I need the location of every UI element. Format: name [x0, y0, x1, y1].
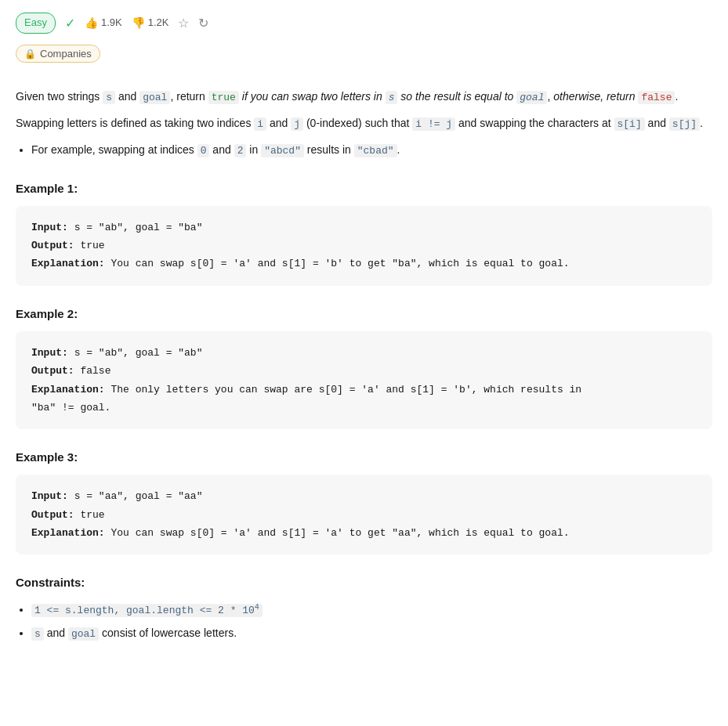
s-var-1: s: [103, 91, 115, 104]
i-neq-j: i != j: [412, 117, 455, 131]
example-1-output-line: Output: true: [31, 237, 697, 255]
constraints-section: Constraints: 1 <= s.length, goal.length …: [16, 573, 712, 643]
example-2-output-line: Output: false: [31, 362, 697, 380]
example-1-input-line: Input: s = "ab", goal = "ba": [31, 219, 697, 237]
constraint-2-s: s: [31, 627, 44, 641]
example-1-explanation-val: You can swap s[0] = 'a' and s[1] = 'b' t…: [110, 258, 569, 269]
example-3-input-val: s = "aa", goal = "aa": [74, 490, 203, 502]
example-2-title: Example 2:: [16, 305, 712, 323]
thumbs-up-icon: 👍: [85, 14, 98, 31]
constraint-1-code: 1 <= s.length, goal.length <= 2 * 104: [31, 604, 263, 617]
example-3-box: Input: s = "aa", goal = "aa" Output: tru…: [16, 475, 712, 554]
example-2-explanation-val: The only letters you can swap are s[0] =…: [31, 384, 581, 414]
upvote-count: 1.9K: [101, 15, 122, 31]
bullet-item-1: For example, swapping at indices 0 and 2…: [31, 141, 712, 160]
constraint-item-1: 1 <= s.length, goal.length <= 2 * 104: [31, 600, 712, 619]
companies-label: Companies: [40, 48, 92, 60]
problem-line-1: Given two strings s and goal, return tru…: [16, 88, 712, 107]
example-1-output-label: Output:: [31, 240, 74, 251]
examples-bullet-list: For example, swapping at indices 0 and 2…: [31, 141, 712, 160]
example-3-explanation-label: Explanation:: [31, 527, 105, 539]
downvote-count: 1.2K: [148, 15, 169, 31]
example-2-input-line: Input: s = "ab", goal = "ab": [31, 344, 697, 362]
difficulty-badge[interactable]: Easy: [16, 13, 56, 34]
constraints-list: 1 <= s.length, goal.length <= 2 * 104 s …: [31, 600, 712, 643]
star-icon[interactable]: ☆: [178, 13, 189, 34]
example-2-output-label: Output:: [31, 365, 74, 377]
s-i-j: s[i]: [614, 117, 645, 131]
example-2-explanation-line: Explanation: The only letters you can sw…: [31, 381, 697, 417]
goal-var-2: goal: [516, 91, 547, 104]
refresh-icon[interactable]: ↻: [198, 13, 208, 34]
problem-line-2: Swapping letters is defined as taking tw…: [16, 114, 712, 133]
example-2-input-label: Input:: [31, 347, 68, 359]
downvote-group[interactable]: 👎 1.2K: [132, 14, 169, 31]
constraint-2-goal: goal: [68, 627, 99, 641]
example-2-explanation-label: Explanation:: [31, 384, 105, 396]
example-3-output-label: Output:: [31, 509, 74, 521]
abcd-code: "abcd": [261, 144, 304, 157]
j-var: j: [291, 117, 303, 131]
example-1-box: Input: s = "ab", goal = "ba" Output: tru…: [16, 206, 712, 286]
constraints-title: Constraints:: [16, 573, 712, 592]
example-1-output-val: true: [80, 240, 104, 251]
lock-icon: 🔒: [24, 49, 36, 60]
example-1-input-val: s = "ab", goal = "ba": [74, 222, 203, 233]
i-var: i: [254, 117, 266, 131]
example-3-output-val: true: [80, 509, 104, 521]
example-1-explanation-line: Explanation: You can swap s[0] = 'a' and…: [31, 255, 697, 273]
example-2-output-val: false: [80, 365, 110, 377]
true-keyword: true: [208, 91, 239, 104]
top-bar: Easy ✓ 👍 1.9K 👎 1.2K ☆ ↻: [16, 13, 712, 34]
idx-2: 2: [234, 144, 247, 157]
check-icon: ✓: [65, 13, 75, 34]
example-1-input-label: Input:: [31, 222, 68, 233]
s-j-j: s[j]: [669, 117, 700, 131]
italic-condition: if you can swap two letters in s so the …: [242, 90, 548, 103]
example-2-box: Input: s = "ab", goal = "ab" Output: fal…: [16, 331, 712, 430]
thumbs-down-icon: 👎: [132, 14, 145, 31]
example-3-input-line: Input: s = "aa", goal = "aa": [31, 487, 697, 505]
constraint-item-2: s and goal consist of lowercase letters.: [31, 624, 712, 643]
companies-button[interactable]: 🔒 Companies: [16, 45, 100, 63]
example-3-explanation-val: You can swap s[0] = 'a' and s[1] = 'a' t…: [110, 527, 569, 539]
example-3-input-label: Input:: [31, 490, 68, 502]
example-1-explanation-label: Explanation:: [31, 258, 105, 269]
upvote-group[interactable]: 👍 1.9K: [85, 14, 122, 31]
otherwise-text: otherwise, return: [553, 90, 635, 103]
false-keyword: false: [638, 91, 675, 104]
goal-var-1: goal: [139, 91, 170, 104]
idx-0: 0: [197, 144, 210, 157]
example-1-title: Example 1:: [16, 179, 712, 198]
example-3-explanation-line: Explanation: You can swap s[0] = 'a' and…: [31, 524, 697, 542]
example-3-output-line: Output: true: [31, 506, 697, 524]
example-3-title: Example 3:: [16, 448, 712, 467]
s-var-2: s: [386, 91, 398, 104]
example-2-input-val: s = "ab", goal = "ab": [74, 347, 203, 359]
cbad-code: "cbad": [354, 144, 397, 157]
